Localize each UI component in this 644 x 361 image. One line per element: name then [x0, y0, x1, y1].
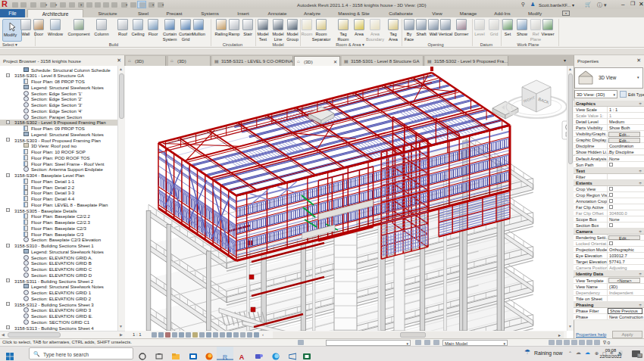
svg-text:A: A — [239, 353, 245, 361]
